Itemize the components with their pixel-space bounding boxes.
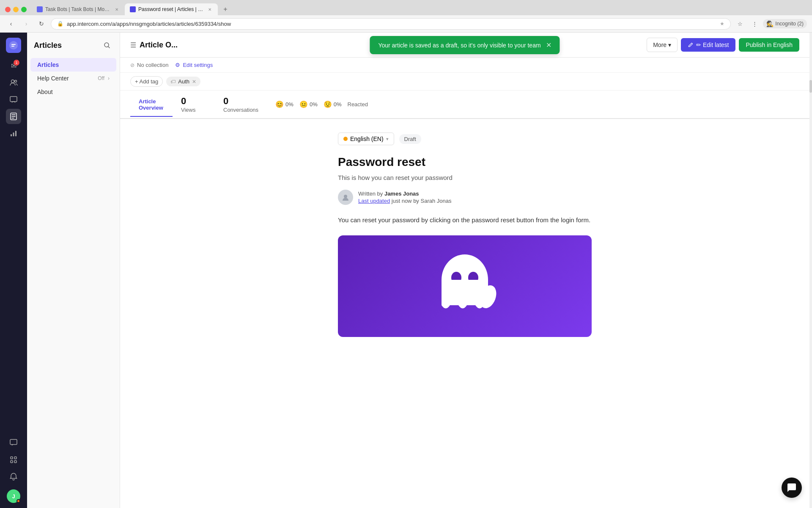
forward-button[interactable]: ›: [20, 18, 32, 30]
chrome-menu-button[interactable]: ⋮: [749, 18, 760, 30]
happy-emoji: 😊: [275, 100, 284, 108]
sidebar-item-about-label: About: [37, 88, 53, 95]
main-content: ☰ Article O... Your article is saved as …: [120, 33, 809, 508]
sidebar-help-center-right: Off ›: [98, 75, 110, 81]
new-tab-button[interactable]: +: [219, 3, 231, 15]
tags-row: + Add tag 🏷 Auth ✕: [120, 73, 809, 91]
app-layout: ✉ 1 J Articles: [0, 33, 812, 508]
left-nav: ✉ 1 J: [0, 33, 27, 508]
sidebar-item-about[interactable]: About: [30, 85, 116, 99]
svg-rect-2: [11, 46, 14, 47]
edit-latest-button[interactable]: ✏ Edit latest: [681, 38, 735, 52]
svg-rect-13: [11, 461, 13, 463]
sidebar: Articles Articles Help Center Off › Abou…: [27, 33, 120, 508]
nav-icon-articles[interactable]: [6, 109, 21, 124]
address-bar[interactable]: 🔒 app.intercom.com/a/apps/nnsgmgob/artic…: [51, 18, 731, 30]
toast-close-button[interactable]: ✕: [546, 41, 551, 49]
add-tag-label: + Add tag: [135, 78, 158, 85]
sidebar-search-button[interactable]: [101, 39, 113, 51]
reaction-sad: 😟 0%: [324, 100, 342, 108]
reactions-section: 😊 0% 😐 0% 😟 0% Reacted: [267, 95, 376, 113]
traffic-lights: [5, 7, 27, 12]
minimize-traffic-light[interactable]: [13, 7, 19, 12]
tab-overview-top-label: Article: [139, 98, 164, 105]
tab-2[interactable]: Password reset | Articles | Mo... ✕: [125, 3, 218, 15]
sidebar-item-help-center-label: Help Center: [37, 75, 69, 82]
auth-tag-label: Auth: [178, 78, 189, 85]
reload-button[interactable]: ↻: [36, 18, 47, 30]
article-updated-line: Last updated just now by Sarah Jonas: [358, 198, 452, 204]
sidebar-item-help-center[interactable]: Help Center Off ›: [30, 72, 116, 85]
article-title: Password reset: [338, 155, 592, 169]
tab-1[interactable]: Task Bots | Task Bots | Moodjo... ✕: [32, 3, 125, 15]
tab-views-number: 0: [181, 96, 206, 107]
meta-row: ⊘ No collection ⚙ Edit settings: [120, 58, 809, 73]
sidebar-item-articles-label: Articles: [37, 61, 59, 68]
nav-icon-apps[interactable]: [6, 452, 21, 467]
sad-percent: 0%: [334, 101, 342, 108]
svg-rect-14: [14, 461, 16, 463]
auth-tag: 🏷 Auth ✕: [166, 77, 200, 86]
tab-1-close[interactable]: ✕: [114, 6, 120, 12]
more-button-label: More: [653, 41, 667, 48]
author-name: James Jonas: [384, 190, 419, 197]
nav-avatar[interactable]: J: [7, 489, 20, 503]
edit-settings-link[interactable]: ⚙ Edit settings: [175, 62, 213, 68]
browser-chrome: Task Bots | Task Bots | Moodjo... ✕ Pass…: [0, 0, 812, 33]
svg-rect-9: [15, 131, 16, 136]
nav-icon-reports[interactable]: [6, 126, 21, 141]
publish-button[interactable]: Publish in English: [739, 38, 799, 52]
scrollbar-thumb[interactable]: [809, 80, 812, 93]
content-area: English (EN) ▾ Draft Password reset This…: [120, 119, 809, 508]
incognito-badge: 🕵 Incognito (2): [763, 19, 807, 28]
nav-icon-chat[interactable]: [6, 435, 21, 450]
tab-conversations[interactable]: 0 Conversations: [215, 91, 267, 119]
nav-icon-inbox[interactable]: ✉ 1: [6, 58, 21, 73]
tab-views[interactable]: 0 Views: [173, 91, 215, 119]
last-updated-link[interactable]: Last updated: [358, 198, 390, 204]
toast-notification: Your article is saved as a draft, so it'…: [370, 36, 560, 54]
help-center-toggle-label: Off: [98, 75, 104, 81]
add-tag-button[interactable]: + Add tag: [130, 76, 163, 87]
bookmark-button[interactable]: ☆: [734, 18, 746, 30]
svg-point-16: [344, 195, 347, 198]
tab-2-favicon: [130, 6, 136, 12]
stats-tabs: Article Overview 0 Views 0 Conversations…: [120, 91, 809, 119]
svg-point-3: [11, 80, 14, 83]
tab-1-title: Task Bots | Task Bots | Moodjo...: [45, 6, 111, 12]
tab-1-favicon: [37, 6, 43, 12]
chat-bubble-button[interactable]: [782, 478, 802, 498]
tab-overview[interactable]: Article Overview: [130, 93, 173, 117]
article-description: This is how you can reset your password: [338, 174, 592, 181]
article-title-top: Article O...: [140, 41, 178, 50]
no-collection[interactable]: ⊘ No collection: [130, 62, 168, 68]
auth-tag-close[interactable]: ✕: [192, 79, 196, 85]
svg-rect-11: [11, 457, 13, 459]
tag-icon: 🏷: [170, 79, 176, 85]
nav-icon-contacts[interactable]: [6, 75, 21, 90]
publish-button-label: Publish in English: [746, 41, 793, 48]
language-selector[interactable]: English (EN) ▾: [338, 133, 394, 145]
more-button[interactable]: More ▾: [647, 38, 678, 52]
close-traffic-light[interactable]: [5, 7, 11, 12]
svg-rect-7: [11, 134, 12, 136]
tab-2-close[interactable]: ✕: [207, 6, 213, 12]
nav-icon-notifications[interactable]: [6, 469, 21, 484]
lang-dot: [343, 137, 348, 141]
maximize-traffic-light[interactable]: [21, 7, 27, 12]
reacted-label: Reacted: [348, 101, 368, 108]
top-bar: ☰ Article O... Your article is saved as …: [120, 33, 809, 58]
article-lang-row: English (EN) ▾ Draft: [338, 133, 592, 145]
sidebar-item-articles[interactable]: Articles: [30, 58, 116, 72]
address-text: app.intercom.com/a/apps/nnsgmgob/article…: [67, 21, 716, 27]
browser-nav: ‹ › ↻ 🔒 app.intercom.com/a/apps/nnsgmgob…: [0, 15, 812, 33]
right-scrollbar[interactable]: [809, 33, 812, 508]
edit-button-label: ✏ Edit latest: [696, 41, 729, 48]
app-logo[interactable]: [6, 38, 21, 53]
svg-point-4: [15, 80, 17, 83]
top-bar-right: More ▾ ✏ Edit latest Publish in English: [647, 38, 799, 52]
nav-icon-messages[interactable]: [6, 92, 21, 107]
back-button[interactable]: ‹: [5, 18, 17, 30]
article-body: You can reset your password by clicking …: [338, 215, 592, 225]
sidebar-toggle-icon[interactable]: ☰: [130, 41, 136, 49]
